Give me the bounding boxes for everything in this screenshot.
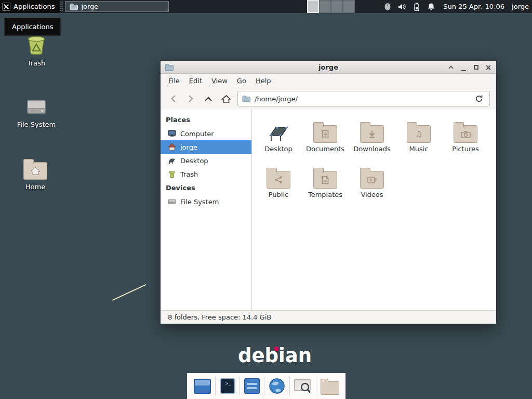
sidebar-item-label: jorge xyxy=(180,143,197,151)
folder-item-pictures[interactable]: Pictures xyxy=(442,115,489,161)
up-button[interactable] xyxy=(202,92,215,105)
menu-view[interactable]: View xyxy=(207,75,232,87)
downloads-folder-icon xyxy=(349,115,395,143)
taskbar-window-label: jorge xyxy=(81,3,98,10)
workspace-3[interactable] xyxy=(331,0,343,13)
toolbar: /home/jorge/ xyxy=(161,88,496,110)
titlebar[interactable]: jorge × xyxy=(161,61,496,74)
location-bar[interactable]: /home/jorge/ xyxy=(237,91,490,107)
clock[interactable]: Sun 25 Apr, 10:06 xyxy=(443,3,504,10)
workspace-pager[interactable] xyxy=(307,0,355,13)
desktop-icon-home[interactable]: Home xyxy=(7,155,64,191)
folder-item-templates[interactable]: Templates xyxy=(302,161,349,206)
display-settings-icon[interactable] xyxy=(194,379,211,394)
music-note-glyph: ♫ xyxy=(415,130,422,138)
window-controls: × xyxy=(447,61,492,74)
session-user-label[interactable]: jorge xyxy=(512,3,529,10)
web-browser-icon[interactable] xyxy=(269,378,285,394)
folder-item-public[interactable]: Public xyxy=(255,161,302,206)
home-button[interactable] xyxy=(220,92,232,105)
terminal-prompt-glyph: >_ xyxy=(225,381,231,386)
folder-item-label: Documents xyxy=(302,145,349,153)
music-folder-icon: ♫ xyxy=(395,115,442,143)
notification-bell-icon[interactable] xyxy=(427,2,436,11)
workspace-1[interactable] xyxy=(307,0,319,13)
home-icon xyxy=(168,143,176,151)
desktop: Applications jorge xyxy=(0,0,532,399)
workspace-settings-icon[interactable] xyxy=(244,378,260,394)
applications-menu-button[interactable]: Applications xyxy=(0,0,59,13)
menu-go[interactable]: Go xyxy=(232,75,251,87)
shade-button[interactable] xyxy=(447,64,455,71)
applications-menu-label: Applications xyxy=(14,3,55,10)
dock-separator xyxy=(264,377,264,395)
folder-item-label: Music xyxy=(395,145,442,153)
folder-item-videos[interactable]: Videos xyxy=(349,161,395,206)
location-folder-icon xyxy=(242,95,250,102)
sidebar-item-jorge[interactable]: jorge xyxy=(161,140,251,154)
menubar: File Edit View Go Help xyxy=(161,74,496,88)
file-manager-icon[interactable] xyxy=(321,377,339,395)
panel-right-cluster: Sun 25 Apr, 10:06 jorge xyxy=(307,0,532,13)
drive-icon xyxy=(8,92,65,117)
sidebar: Places Computer jorge xyxy=(161,110,252,310)
cursor-trail-artifact xyxy=(112,284,146,301)
documents-folder-icon xyxy=(302,115,349,143)
taskbar-window-button[interactable]: jorge xyxy=(65,1,169,12)
folder-item-music[interactable]: ♫ Music xyxy=(395,115,442,161)
terminal-icon[interactable]: >_ xyxy=(220,378,235,394)
desktop-icon-trash[interactable]: Trash xyxy=(8,31,65,67)
folder-item-label: Templates xyxy=(302,191,349,198)
dock-separator xyxy=(240,377,240,395)
back-button[interactable] xyxy=(167,92,179,105)
sidebar-item-label: Desktop xyxy=(180,157,208,165)
workspace-2[interactable] xyxy=(319,0,331,13)
screenshot-search-icon[interactable] xyxy=(294,378,312,394)
forward-button[interactable] xyxy=(184,92,197,105)
workspace-4[interactable] xyxy=(343,0,355,13)
dock-separator xyxy=(289,377,290,395)
sidebar-item-label: Trash xyxy=(180,170,198,178)
trash-small-icon xyxy=(168,170,176,178)
sidebar-item-computer[interactable]: Computer xyxy=(161,127,251,140)
menu-file[interactable]: File xyxy=(164,75,184,87)
folder-item-label: Public xyxy=(255,191,302,198)
sidebar-places-header: Places xyxy=(161,113,251,127)
desktop-icon-label: Trash xyxy=(8,59,65,67)
applications-tooltip-text: Applications xyxy=(12,23,53,31)
sidebar-item-label: Computer xyxy=(180,130,214,138)
minimize-button[interactable] xyxy=(460,64,467,71)
menu-edit[interactable]: Edit xyxy=(184,75,207,87)
close-button[interactable]: × xyxy=(485,64,492,71)
sidebar-item-file-system[interactable]: File System xyxy=(161,195,251,208)
status-text: 8 folders, Free space: 14.4 GiB xyxy=(168,313,271,321)
debian-logo: debian xyxy=(238,344,312,367)
input-device-icon[interactable] xyxy=(383,2,392,11)
desktop-desk-icon xyxy=(255,115,302,143)
public-folder-icon xyxy=(255,161,302,189)
folder-item-downloads[interactable]: Downloads xyxy=(349,115,395,161)
file-manager-window: jorge × File Edit View Go Help xyxy=(160,60,497,324)
folder-item-label: Videos xyxy=(349,191,395,198)
taskbar-folder-icon xyxy=(70,3,78,10)
sidebar-item-trash[interactable]: Trash xyxy=(161,167,251,181)
panel-separator-handle xyxy=(60,2,63,11)
sidebar-item-desktop[interactable]: Desktop xyxy=(161,154,251,167)
desktop-icon-file-system[interactable]: File System xyxy=(8,92,65,128)
sidebar-item-label: File System xyxy=(180,198,219,206)
volume-icon[interactable] xyxy=(397,2,407,11)
folder-view: Desktop Documents Downloads ♫ xyxy=(252,110,496,310)
folder-item-label: Downloads xyxy=(349,145,395,153)
statusbar: 8 folders, Free space: 14.4 GiB xyxy=(161,310,496,324)
sidebar-devices-header: Devices xyxy=(161,181,251,195)
videos-folder-icon xyxy=(349,161,395,189)
folder-item-desktop[interactable]: Desktop xyxy=(255,115,302,161)
location-path: /home/jorge/ xyxy=(255,95,469,103)
folder-item-documents[interactable]: Documents xyxy=(302,115,349,161)
top-panel: Applications jorge xyxy=(0,0,532,13)
menu-help[interactable]: Help xyxy=(251,75,276,87)
applications-tooltip: Applications xyxy=(4,18,61,36)
power-icon[interactable] xyxy=(412,2,421,11)
reload-button[interactable] xyxy=(473,92,485,105)
maximize-button[interactable] xyxy=(472,64,480,71)
